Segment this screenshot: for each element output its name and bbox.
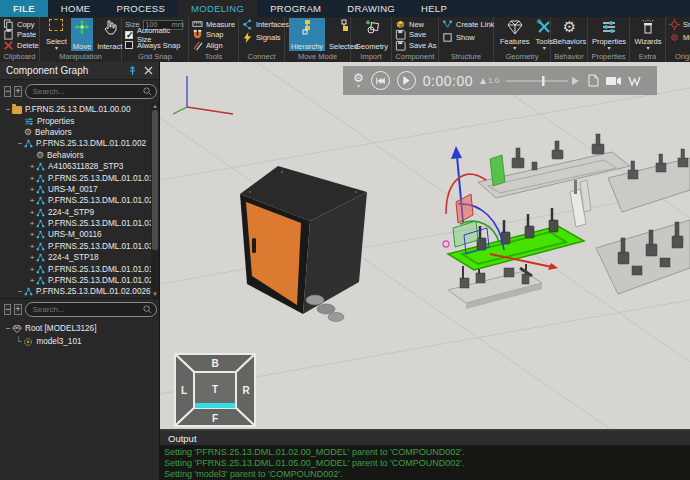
fixture-pallet-right-bottom[interactable] bbox=[596, 220, 690, 294]
show-label: Show bbox=[456, 33, 475, 42]
tree-item[interactable]: −Root [MODEL3126] bbox=[0, 322, 159, 335]
geometry-import-button[interactable]: Geometry bbox=[353, 18, 390, 51]
tree-item[interactable]: +P.FRNS.25.13.DML.01.01.0225 bbox=[0, 275, 159, 286]
tree-item[interactable]: └model3_101 bbox=[0, 335, 159, 348]
expander[interactable]: + bbox=[28, 265, 36, 274]
play-button[interactable] bbox=[397, 71, 416, 90]
expander[interactable]: − bbox=[4, 324, 12, 333]
expander[interactable]: + bbox=[28, 242, 36, 251]
export-pdf-button[interactable] bbox=[587, 74, 599, 87]
cabinet-component[interactable] bbox=[240, 166, 367, 322]
copy-button[interactable]: Copy bbox=[3, 19, 39, 29]
create-link-label: Create Link bbox=[456, 20, 494, 29]
tree-item[interactable]: +224-4_STP18 bbox=[0, 252, 159, 263]
tree-item[interactable]: −P.FRNS.25.13.DML.01.02.0026 bbox=[0, 286, 159, 297]
wizards-button[interactable]: Wizards ▾ bbox=[632, 18, 663, 51]
viewport-3d[interactable]: ⚙▾ 0:00:00 1.0 B bbox=[160, 62, 690, 429]
collapse-all-button[interactable]: − bbox=[4, 86, 11, 97]
properties-button[interactable]: Properties ▾ bbox=[590, 18, 628, 51]
hierarchy-button[interactable]: Hierarchy bbox=[289, 18, 325, 51]
behaviors-button[interactable]: ⚙ Behaviors ▾ bbox=[551, 18, 588, 51]
align-button[interactable]: Align bbox=[192, 40, 235, 50]
paste-button[interactable]: Paste bbox=[3, 30, 39, 40]
expander[interactable]: − bbox=[16, 139, 24, 148]
tree-item[interactable]: ⚙Behaviors bbox=[0, 127, 159, 138]
save-button[interactable]: Save bbox=[395, 30, 437, 40]
simulation-settings-button[interactable]: ⚙▾ bbox=[353, 73, 364, 89]
tree-scrollbar[interactable]: ▲▼ bbox=[151, 102, 159, 298]
tree-item[interactable]: +P.FRNS.25.13.DML.01.01.016 bbox=[0, 172, 159, 183]
expander[interactable]: + bbox=[28, 276, 36, 285]
show-button[interactable]: Show bbox=[442, 32, 494, 42]
slider-handle[interactable] bbox=[542, 76, 545, 86]
expander[interactable]: + bbox=[28, 185, 36, 194]
new-component-button[interactable]: New bbox=[395, 19, 437, 29]
expander[interactable]: + bbox=[28, 219, 36, 228]
tab-home[interactable]: HOME bbox=[48, 0, 104, 17]
save-as-label: Save As bbox=[409, 41, 437, 50]
tree-item[interactable]: +URS-M_00116 bbox=[0, 229, 159, 240]
tree-item[interactable]: +URS-M_0017 bbox=[0, 184, 159, 195]
tree-item[interactable]: +P.FRNS.25.13.DML.01.01.028 bbox=[0, 195, 159, 206]
tab-modeling[interactable]: MODELING bbox=[178, 0, 257, 17]
expander[interactable]: + bbox=[28, 174, 36, 183]
view-navigation-cube[interactable]: B L T R F bbox=[174, 353, 256, 427]
always-snap-checkbox[interactable]: Always Snap bbox=[125, 40, 186, 50]
chevron-down-icon: ▾ bbox=[543, 46, 546, 51]
origin-move-button[interactable]: Move bbox=[669, 32, 690, 42]
move-button[interactable]: Move bbox=[71, 18, 93, 51]
expand-all-button[interactable]: + bbox=[14, 86, 21, 97]
reset-button[interactable] bbox=[371, 71, 390, 90]
origin-snap-button[interactable]: Snap bbox=[669, 19, 690, 29]
save-as-button[interactable]: Save As bbox=[395, 40, 437, 50]
expander[interactable]: + bbox=[28, 196, 36, 205]
fixture-pallet-bottom[interactable] bbox=[448, 261, 542, 309]
tree-item[interactable]: Properties bbox=[0, 115, 159, 126]
tree-item[interactable]: +A4106311828_STP3 bbox=[0, 161, 159, 172]
pin-icon[interactable] bbox=[127, 65, 138, 76]
speed-control[interactable]: 1.0 bbox=[480, 76, 499, 85]
speed-slider[interactable] bbox=[506, 75, 580, 87]
tab-help[interactable]: HELP bbox=[408, 0, 460, 17]
collapse-all-button[interactable]: − bbox=[4, 304, 11, 315]
tree-item[interactable]: +P.FRNS.25.13.DML.01.01.0317 bbox=[0, 241, 159, 252]
expander[interactable]: + bbox=[28, 230, 36, 239]
expander[interactable]: − bbox=[4, 105, 12, 114]
automatic-size-checkbox[interactable]: Automatic Size bbox=[125, 30, 186, 40]
interfaces-button[interactable]: Interfaces bbox=[242, 19, 289, 29]
search-input[interactable] bbox=[33, 87, 143, 96]
vertical-plates[interactable] bbox=[570, 180, 591, 227]
ribbon-group-component: New Save Save As Component bbox=[392, 17, 439, 62]
tree-item[interactable]: −P.FRNS.25.13.DML.01.01.002 bbox=[0, 138, 159, 149]
tree-item[interactable]: −P.FRNS.25.13.DML.01.00.00 bbox=[0, 104, 159, 115]
close-icon[interactable] bbox=[144, 66, 153, 75]
signals-button[interactable]: Signals bbox=[242, 32, 289, 42]
tree-item[interactable]: +P.FRNS.25.13.DML.01.01.0315 bbox=[0, 218, 159, 229]
tree-item[interactable]: ⚙Behaviors bbox=[0, 150, 159, 161]
record-video-button[interactable] bbox=[606, 76, 621, 86]
select-button[interactable]: Select ▾ bbox=[44, 18, 69, 51]
snap-button[interactable]: Snap bbox=[192, 30, 235, 40]
tab-drawing[interactable]: DRAWING bbox=[334, 0, 408, 17]
tab-file[interactable]: FILE bbox=[0, 0, 48, 17]
delete-button[interactable]: Delete bbox=[3, 40, 39, 50]
output-header[interactable]: Output bbox=[160, 431, 690, 446]
measure-button[interactable]: Measure bbox=[192, 19, 235, 29]
tree-item[interactable]: +224-4_STP9 bbox=[0, 207, 159, 218]
scrollbar-thumb[interactable] bbox=[152, 110, 158, 250]
tab-program[interactable]: PROGRAM bbox=[257, 0, 334, 17]
expander[interactable]: + bbox=[28, 253, 36, 262]
create-link-button[interactable]: Create Link bbox=[442, 19, 494, 29]
expander[interactable]: − bbox=[16, 287, 24, 296]
output-log[interactable]: Setting 'PFRNS.25.13.DML.01.02.00_MODEL'… bbox=[160, 446, 690, 480]
fixture-pallet-mid[interactable] bbox=[478, 134, 630, 198]
expand-all-button[interactable]: + bbox=[14, 304, 21, 315]
features-button[interactable]: Features ▾ bbox=[498, 18, 532, 51]
expander[interactable]: + bbox=[28, 208, 36, 217]
expander[interactable]: + bbox=[28, 162, 36, 171]
root-search-input[interactable] bbox=[33, 305, 143, 314]
interact-button[interactable]: Interact bbox=[95, 18, 124, 51]
search-box bbox=[25, 84, 157, 99]
tree-item[interactable]: +P.FRNS.25.13.DML.01.01.0124 bbox=[0, 263, 159, 274]
tab-process[interactable]: PROCESS bbox=[104, 0, 179, 17]
